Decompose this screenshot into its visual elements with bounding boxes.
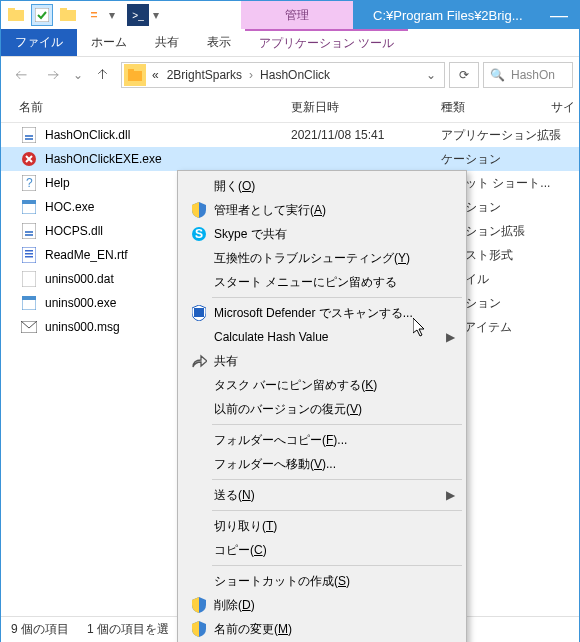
manage-tab[interactable]: 管理 bbox=[241, 1, 353, 29]
file-icon: ? bbox=[19, 175, 39, 191]
menu-item[interactable]: SSkype で共有 bbox=[180, 222, 464, 246]
menu-item[interactable]: 管理者として実行(A) bbox=[180, 198, 464, 222]
menu-item[interactable]: ショートカットの作成(S) bbox=[180, 569, 464, 593]
shield-icon bbox=[188, 597, 210, 613]
file-icon bbox=[19, 295, 39, 311]
menu-item[interactable]: フォルダーへコピー(F)... bbox=[180, 428, 464, 452]
menu-item[interactable]: 開く(O) bbox=[180, 174, 464, 198]
shield-icon bbox=[188, 621, 210, 637]
address-bar[interactable]: « 2BrightSparks › HashOnClick ⌄ bbox=[121, 62, 445, 88]
menu-item[interactable]: 互換性のトラブルシューティング(Y) bbox=[180, 246, 464, 270]
breadcrumb-2[interactable]: HashOnClick bbox=[256, 68, 334, 82]
breadcrumb-1[interactable]: 2BrightSparks bbox=[163, 68, 246, 82]
svg-rect-17 bbox=[25, 234, 33, 236]
menu-item-label: スタート メニューにピン留めする bbox=[210, 274, 446, 291]
shield-icon bbox=[188, 202, 210, 218]
svg-rect-18 bbox=[22, 247, 36, 263]
titlebar: 管理 C:¥Program Files¥2Brig... — bbox=[1, 1, 579, 29]
minimize-button[interactable]: — bbox=[539, 1, 579, 29]
window-title: C:¥Program Files¥2Brig... bbox=[353, 1, 539, 29]
menu-item-label: フォルダーへ移動(V)... bbox=[210, 456, 446, 473]
col-type[interactable]: 種類 bbox=[441, 99, 551, 116]
menu-item[interactable]: フォルダーへ移動(V)... bbox=[180, 452, 464, 476]
chevron-right-icon[interactable]: › bbox=[246, 68, 256, 82]
menu-item-label: 管理者として実行(A) bbox=[210, 202, 446, 219]
search-placeholder: HashOn bbox=[511, 68, 555, 82]
file-date: 2021/11/08 15:41 bbox=[291, 128, 441, 142]
file-name: HashOnClickEXE.exe bbox=[45, 152, 291, 166]
menu-item-label: タスク バーにピン留めする(K) bbox=[210, 377, 446, 394]
menu-item[interactable]: スタート メニューにピン留めする bbox=[180, 270, 464, 294]
menu-item-label: 名前の変更(M) bbox=[210, 621, 446, 638]
file-icon bbox=[19, 151, 39, 167]
submenu-arrow-icon: ▶ bbox=[446, 488, 464, 502]
menu-item-label: 互換性のトラブルシューティング(Y) bbox=[210, 250, 446, 267]
menu-item-label: 以前のバージョンの復元(V) bbox=[210, 401, 446, 418]
back-button[interactable]: 🡠 bbox=[7, 61, 35, 89]
menu-item-label: 開く(O) bbox=[210, 178, 446, 195]
view-tab[interactable]: 表示 bbox=[193, 29, 245, 56]
svg-rect-22 bbox=[22, 271, 36, 287]
context-menu[interactable]: 開く(O)管理者として実行(A)SSkype で共有互換性のトラブルシューティン… bbox=[177, 170, 467, 642]
menu-item-label: Skype で共有 bbox=[210, 226, 446, 243]
col-size[interactable]: サイ bbox=[551, 99, 579, 116]
defender-icon bbox=[188, 305, 210, 321]
file-icon bbox=[19, 223, 39, 239]
address-dropdown-icon[interactable]: ⌄ bbox=[420, 68, 442, 82]
menu-item[interactable]: タスク バーにピン留めする(K) bbox=[180, 373, 464, 397]
menu-item[interactable]: 削除(D) bbox=[180, 593, 464, 617]
file-icon bbox=[19, 199, 39, 215]
svg-rect-5 bbox=[128, 71, 142, 81]
share-tab[interactable]: 共有 bbox=[141, 29, 193, 56]
menu-item-label: 削除(D) bbox=[210, 597, 446, 614]
menu-separator bbox=[212, 565, 462, 566]
svg-rect-14 bbox=[22, 200, 36, 204]
menu-separator bbox=[212, 297, 462, 298]
svg-rect-9 bbox=[25, 138, 33, 140]
menu-item-label: 送る(N) bbox=[210, 487, 446, 504]
skype-icon: S bbox=[188, 226, 210, 242]
svg-rect-19 bbox=[25, 250, 33, 252]
file-tab[interactable]: ファイル bbox=[1, 29, 77, 56]
share-icon bbox=[188, 354, 210, 368]
forward-button: 🡢 bbox=[39, 61, 67, 89]
file-row[interactable]: HashOnClickEXE.exeケーション bbox=[1, 147, 579, 171]
menu-item[interactable]: 送る(N)▶ bbox=[180, 483, 464, 507]
recent-dropdown[interactable]: ⌄ bbox=[71, 61, 85, 89]
menu-separator bbox=[212, 424, 462, 425]
submenu-arrow-icon: ▶ bbox=[446, 330, 464, 344]
menu-item[interactable]: 以前のバージョンの復元(V) bbox=[180, 397, 464, 421]
up-button[interactable]: 🡡 bbox=[89, 61, 117, 89]
svg-rect-20 bbox=[25, 253, 33, 255]
svg-rect-6 bbox=[128, 69, 134, 72]
svg-rect-8 bbox=[25, 135, 33, 137]
menu-item[interactable]: Calculate Hash Value▶ bbox=[180, 325, 464, 349]
svg-text:?: ? bbox=[26, 176, 33, 190]
item-count: 9 個の項目 bbox=[11, 621, 69, 638]
app-tools-tab[interactable]: アプリケーション ツール bbox=[245, 29, 408, 56]
ribbon-tabs: ファイル ホーム 共有 表示 アプリケーション ツール bbox=[1, 29, 579, 57]
menu-separator bbox=[212, 479, 462, 480]
search-input[interactable]: 🔍 HashOn bbox=[483, 62, 573, 88]
file-type: ケーション bbox=[441, 151, 501, 168]
menu-item[interactable]: 切り取り(T) bbox=[180, 514, 464, 538]
svg-rect-28 bbox=[194, 308, 204, 317]
menu-separator bbox=[212, 510, 462, 511]
menu-item-label: Calculate Hash Value bbox=[210, 330, 446, 344]
col-date[interactable]: 更新日時 bbox=[291, 99, 441, 116]
home-tab[interactable]: ホーム bbox=[77, 29, 141, 56]
menu-item[interactable]: コピー(C) bbox=[180, 538, 464, 562]
svg-rect-16 bbox=[25, 231, 33, 233]
menu-item[interactable]: 名前の変更(M) bbox=[180, 617, 464, 641]
menu-item-label: ショートカットの作成(S) bbox=[210, 573, 446, 590]
refresh-button[interactable]: ⟳ bbox=[449, 62, 479, 88]
col-name[interactable]: 名前 bbox=[19, 99, 291, 116]
selection-count: 1 個の項目を選 bbox=[87, 621, 169, 638]
breadcrumb-prefix[interactable]: « bbox=[148, 68, 163, 82]
svg-text:S: S bbox=[195, 227, 203, 241]
file-row[interactable]: HashOnClick.dll2021/11/08 15:41アプリケーション拡… bbox=[1, 123, 579, 147]
menu-item[interactable]: 共有 bbox=[180, 349, 464, 373]
file-name: HashOnClick.dll bbox=[45, 128, 291, 142]
column-headers[interactable]: 名前 更新日時 種類 サイ bbox=[1, 93, 579, 123]
menu-item[interactable]: Microsoft Defender でスキャンする... bbox=[180, 301, 464, 325]
